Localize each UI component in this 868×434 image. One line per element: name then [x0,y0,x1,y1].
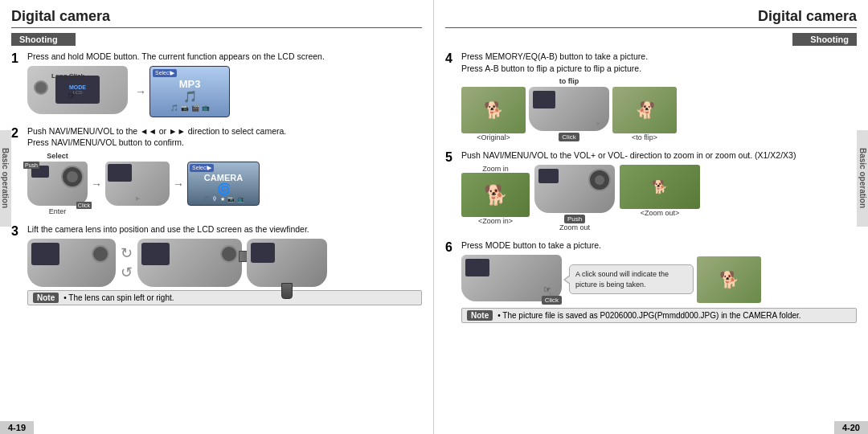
step-2: 2 Push NAVI/MENU/VOL to the ◄◄ or ►► dir… [11,125,422,219]
step-6-text: Press MODE button to take a picture. [461,240,857,252]
rotation-arrows: ↻ ↺ [121,244,133,281]
step-4-content: Press MEMORY/EQ(A-B) button to take a pi… [461,51,857,145]
basic-op-label-left: Basic operation [0,130,11,227]
zoom-out-wrap: 🐕 <Zoom out> [620,165,700,217]
zoom-out-label2: <Zoom out> [641,209,680,217]
flip-camera-wrap: to flip ▶ Click [529,77,609,141]
step-5-num: 5 [445,149,458,165]
step-6: 6 Press MODE button to take a picture. ▶… [445,240,857,323]
basic-op-label-right: Basic operation [857,130,868,227]
flipped-dog-img: 🐕 [612,87,677,133]
note-text-6: • The picture file is saved as P0206000.… [497,311,800,320]
click-label-2: Click [76,202,92,209]
step-1-text: Press and hold MODE button. The current … [27,51,422,63]
step-4-text: Press MEMORY/EQ(A-B) button to take a pi… [461,51,857,74]
step-6-camera-wrap: ▶ Click ☞ [461,255,566,305]
left-section-header: Shooting [11,33,76,46]
mp3-label: MP3 [154,78,226,90]
original-label: <Original> [477,133,510,141]
left-page-title: Digital camera [11,8,422,28]
step-2-cam2: ▶ [105,162,170,206]
right-page: Digital camera Shooting 4 Press MEMORY/E… [434,0,868,434]
step-6-images: ▶ Click ☞ A click sound will indicate th… [461,255,857,305]
original-img-wrap: 🐕 <Original> [461,87,526,141]
step-5: 5 Push NAVI/MENU/VOL to the VOL+ or VOL-… [445,149,857,235]
step-5-content: Push NAVI/MENU/VOL to the VOL+ or VOL- d… [461,149,857,235]
right-section-header: Shooting [792,33,857,46]
left-page: Digital camera Shooting 1 Press and hold… [0,0,434,434]
note-text-3: • The lens can spin left or right. [63,293,174,302]
select-badge: Select▶ [153,69,177,77]
step-5-images: Zoom in 🐕 <Zoom in> Push Zoom out [461,165,857,231]
final-dog-img: 🐕 [697,256,761,303]
select-label: Select [47,152,68,160]
step-3-text: Lift the camera lens into position and u… [27,223,422,235]
note-label-6: Note [467,310,493,321]
page-num-right: 4-20 [834,421,868,434]
step-6-content: Press MODE button to take a picture. ▶ C… [461,240,857,323]
step-2-num: 2 [11,125,24,141]
step-3-content: Lift the camera lens into position and u… [27,223,422,305]
step-1-content: Press and hold MODE button. The current … [27,51,422,121]
step-4: 4 Press MEMORY/EQ(A-B) button to take a … [445,51,857,145]
step-2-content: Push NAVI/MENU/VOL to the ◄◄ or ►► direc… [27,125,422,219]
page-num-left: 4-19 [0,421,34,434]
mp3-screen: Select▶ MP3 🎵 🎵 📷 🎬 📺 [149,66,230,117]
push-label-5: Push [564,215,585,223]
zoom-camera [534,165,615,213]
long-click-label: Long Click [51,72,84,80]
cam3a [27,239,116,287]
step-3-images: ↻ ↺ [27,239,422,287]
step-1-camera: MODE LCD Long Click ☞ [27,66,132,117]
flipped-img-wrap: 🐕 <to flip> [612,87,677,141]
step-5-text: Push NAVI/MENU/VOL to the VOL+ or VOL- d… [461,149,857,162]
zoom-out-text: Zoom out [559,223,590,231]
step-6-note: Note • The picture file is saved as P020… [461,308,857,323]
step-4-images: 🐕 <Original> to flip ▶ Click 🐕 <to flip> [461,77,857,141]
balloon-text: A click sound will indicate the picture … [575,270,669,289]
step-2-text: Push NAVI/MENU/VOL to the ◄◄ or ►► direc… [27,125,422,149]
zoom-in-dog: 🐕 [461,173,530,217]
step-2-images: Select Push Click Enter → ▶ [27,152,422,215]
zoom-in-wrap: Zoom in 🐕 <Zoom in> [461,165,530,225]
step-3-num: 3 [11,223,24,239]
step-1-images: MODE LCD Long Click ☞ → Select▶ MP3 🎵 [27,66,422,117]
step-2-cam1: Select Push Click Enter [27,152,88,215]
step-4-num: 4 [445,51,458,66]
right-section-header-wrap: Shooting [445,33,857,46]
note-label-3: Note [33,293,59,303]
cam3c [247,239,327,287]
click-label-4: Click [559,133,579,141]
right-page-title: Digital camera [445,8,857,28]
zoom-out-dog: 🐕 [620,165,700,209]
zoom-in-label2: <Zoom in> [478,217,513,225]
to-flip-text: to flip [559,77,579,85]
zoom-in-label: Zoom in [482,165,509,173]
step-1: 1 Press and hold MODE button. The curren… [11,51,422,121]
push-label: Push [23,162,39,169]
step-3: 3 Lift the camera lens into position and… [11,223,422,305]
zoom-camera-wrap: Push Zoom out [534,165,615,231]
flip-camera: ▶ [529,87,609,131]
original-dog-img: 🐕 [461,87,526,133]
click-label-6: Click [542,296,562,305]
enter-label: Enter [49,207,67,215]
click-balloon: A click sound will indicate the picture … [569,264,694,294]
step-1-num: 1 [11,51,24,66]
step-6-num: 6 [445,240,458,255]
step-3-note: Note • The lens can spin left or right. [27,290,422,305]
camera-label: CAMERA [190,173,256,182]
cam3b [137,239,242,287]
camera-screen: Select▶ CAMERA 🌀 🎵 🎙 ★ 📷 📺 [187,162,260,206]
to-flip-label: <to flip> [632,133,657,141]
